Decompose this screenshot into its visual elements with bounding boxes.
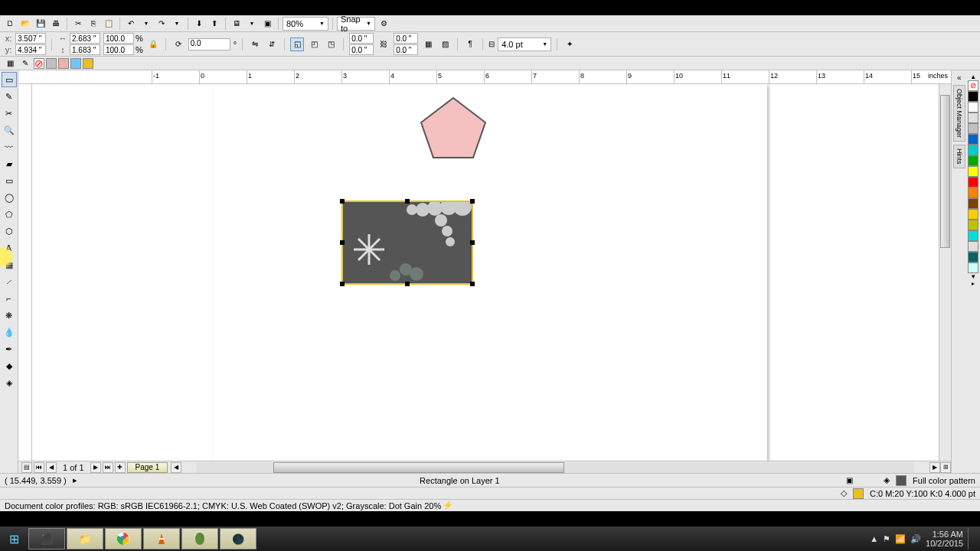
corner-br-input[interactable]: 0.0 " (394, 44, 418, 55)
resize-handle-ml[interactable] (340, 240, 345, 245)
swatch-grey[interactable] (46, 58, 57, 69)
chamfered-corner-button[interactable]: ◳ (324, 37, 338, 51)
shape-tool[interactable]: ✎ (2, 89, 17, 104)
taskbar-item-chrome[interactable] (105, 528, 142, 549)
interactive-fill-tool[interactable]: ◈ (2, 375, 17, 390)
palette-ltgrey[interactable] (968, 241, 978, 252)
connector-tool[interactable]: ⌐ (2, 291, 17, 306)
page-tab-1[interactable]: Page 1 (127, 462, 168, 473)
palette-no-color[interactable]: ⊘ (968, 80, 978, 91)
windows-taskbar[interactable]: ⊞ ⬛ 📁 🌑 ▲ ⚑ 📶 🔊 1:56 AM 10/2/2015 (0, 527, 980, 551)
resize-handle-br[interactable] (470, 282, 475, 286)
palette-scroll-down[interactable]: ▼ (966, 273, 980, 280)
palette-turquoise[interactable] (968, 230, 978, 241)
taskbar-item-coreldraw[interactable] (181, 528, 218, 549)
export-button[interactable]: ⬆ (207, 17, 221, 31)
tray-icon-volume[interactable]: 🔊 (910, 534, 921, 544)
navigator-button[interactable]: ⊞ (940, 462, 951, 473)
zoom-level-combo[interactable]: 80% ▼ (283, 17, 328, 31)
dimension-tool[interactable]: ⟋ (2, 274, 17, 289)
palette-10white[interactable] (968, 112, 978, 123)
print-button[interactable]: 🖶 (49, 17, 63, 31)
copy-button[interactable]: ⎘ (87, 17, 100, 31)
palette-blue[interactable] (968, 134, 978, 145)
vertical-scrollbar[interactable] (939, 84, 951, 461)
horizontal-ruler[interactable]: inches -10123456789101112131415 (18, 70, 951, 84)
outline-tool[interactable]: ✒ (2, 341, 17, 357)
import-button[interactable]: ⬇ (192, 17, 206, 31)
round-corner-button[interactable]: ◱ (290, 37, 304, 51)
taskbar-item-vlc[interactable] (143, 528, 180, 549)
drawing-canvas[interactable] (32, 84, 951, 461)
rotation-input[interactable]: 0.0 (188, 38, 230, 51)
fill-swatch-icon[interactable]: ◈ (884, 475, 890, 485)
smart-fill-tool[interactable]: ▰ (2, 156, 17, 171)
undo-dropdown[interactable]: ▼ (139, 17, 153, 31)
pick-tool[interactable]: ▭ (2, 72, 17, 87)
show-desktop-button[interactable] (968, 528, 974, 549)
open-button[interactable]: 📂 (18, 17, 32, 31)
fill-tool[interactable]: ◆ (2, 358, 17, 373)
taskbar-item-3d[interactable]: ⬛ (28, 528, 65, 549)
eyedropper-tool[interactable]: 💧 (2, 324, 17, 340)
scale-x-input[interactable]: 100.0 (103, 33, 134, 44)
color-proof-button[interactable]: ▣ (842, 474, 856, 487)
prev-page-button[interactable]: ◀ (46, 462, 57, 473)
selected-rectangle-object[interactable] (341, 201, 473, 285)
resize-handle-mr[interactable] (470, 240, 475, 245)
resize-handle-bm[interactable] (405, 282, 410, 286)
paste-button[interactable]: 📋 (102, 17, 116, 31)
interactive-blend-tool[interactable]: ❋ (2, 308, 17, 323)
hscroll-thumb[interactable] (273, 462, 564, 473)
object-manager-tab[interactable]: Object Manager (953, 85, 965, 142)
wrap-text-button[interactable]: ¶ (463, 37, 477, 51)
scale-y-input[interactable]: 100.0 (103, 44, 134, 55)
width-input[interactable]: 2.683 " (70, 33, 100, 44)
corner-tr-input[interactable]: 0.0 " (394, 33, 418, 44)
tray-icon-flag[interactable]: ⚑ (883, 534, 890, 544)
palette-olive[interactable] (968, 220, 978, 230)
tray-icon-network[interactable]: 📶 (895, 534, 906, 544)
zoom-tool[interactable]: 🔍 (2, 122, 17, 138)
polygon-tool[interactable]: ⬠ (2, 207, 17, 222)
vertical-ruler[interactable] (18, 84, 32, 461)
basic-shapes-tool[interactable]: ⬡ (2, 223, 17, 239)
publish-pdf-button[interactable]: 🖥 (230, 17, 243, 31)
mirror-horizontal-button[interactable]: ⇋ (248, 37, 262, 51)
redo-dropdown[interactable]: ▼ (170, 17, 184, 31)
resize-handle-bl[interactable] (340, 282, 345, 286)
palette-brown[interactable] (968, 198, 978, 209)
outline-width-combo[interactable]: 4.0 pt ▼ (498, 37, 551, 51)
palette-black[interactable] (968, 91, 978, 102)
cut-button[interactable]: ✂ (71, 17, 85, 31)
swatch-yellow[interactable] (83, 58, 93, 69)
rectangle-tool[interactable]: ▭ (2, 173, 17, 188)
palette-red[interactable] (968, 177, 978, 187)
redo-button[interactable]: ↷ (155, 17, 168, 31)
ellipse-tool[interactable]: ◯ (2, 190, 17, 205)
vscroll-thumb[interactable] (940, 95, 950, 248)
palette-iceblue[interactable] (968, 262, 978, 273)
swatch-pink[interactable] (58, 58, 69, 69)
resize-handle-tr[interactable] (470, 199, 475, 204)
horizontal-scrollbar[interactable] (197, 462, 914, 473)
first-page-button[interactable]: ⏮ (34, 462, 44, 473)
add-page-button[interactable]: ✚ (115, 462, 126, 473)
doc-options-button[interactable]: ▤ (21, 462, 32, 473)
edit-corner-button[interactable]: ▨ (438, 37, 452, 51)
freehand-tool[interactable]: 〰 (2, 139, 17, 155)
publish-dropdown[interactable]: ▼ (245, 17, 259, 31)
options-button[interactable]: ⚙ (377, 17, 390, 31)
palette-teal[interactable] (968, 252, 978, 262)
snap-to-combo[interactable]: Snap to ▼ (337, 17, 375, 31)
start-button[interactable]: ⊞ (0, 528, 28, 549)
edit-fill-button[interactable]: ▦ (3, 57, 17, 70)
convert-to-curves-button[interactable]: ✦ (563, 37, 577, 51)
palette-flyout[interactable]: ▸ (966, 280, 980, 287)
taskbar-clock[interactable]: 1:56 AM 10/2/2015 (926, 530, 963, 548)
corner-link-icon[interactable]: ⛓ (377, 37, 390, 51)
palette-20white[interactable] (968, 123, 978, 134)
y-position-input[interactable]: 4.934 " (15, 44, 46, 55)
palette-yellow[interactable] (968, 166, 978, 177)
swatch-cyan[interactable] (70, 58, 81, 69)
